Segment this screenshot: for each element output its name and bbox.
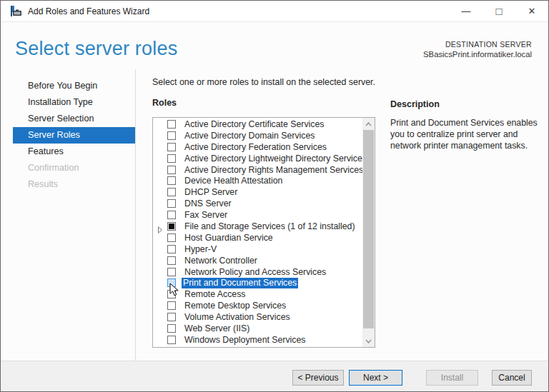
instruction-text: Select one or more roles to install on t… [152,77,375,87]
title-bar: Add Roles and Features Wizard —□✕ [1,1,548,22]
checkbox[interactable] [167,301,176,310]
checkbox[interactable] [167,222,176,231]
destination-server-label: DESTINATION SERVER [423,40,532,49]
role-row-windows-deployment-services[interactable]: Windows Deployment Services [153,335,362,346]
role-row-dns-server[interactable]: DNS Server [153,198,362,210]
role-row-remote-access[interactable]: Remote Access [153,289,362,301]
sidebar-item-installation-type[interactable]: Installation Type [13,94,135,111]
role-row-device-health-attestation[interactable]: Device Health Attestation [153,176,362,187]
role-label[interactable]: Active Directory Certificate Services [183,119,325,130]
role-label[interactable]: Print and Document Services [182,278,298,288]
role-row-remote-desktop-services[interactable]: Remote Desktop Services [153,301,362,312]
window-title: Add Roles and Features Wizard [28,6,149,16]
role-row-network-controller[interactable]: Network Controller [153,256,362,267]
footer-bar: < PreviousNext >InstallCancel [1,361,548,391]
roles-scrollbar[interactable] [362,118,375,347]
checkbox[interactable] [167,313,176,321]
role-row-active-directory-domain-services[interactable]: Active Directory Domain Services [153,131,362,142]
role-label[interactable]: Active Directory Domain Services [183,131,316,141]
sidebar-item-features[interactable]: Features [13,144,135,160]
role-row-print-and-document-services[interactable]: Print and Document Services [153,278,362,289]
role-label[interactable]: Network Policy and Access Services [183,267,327,278]
checkbox[interactable] [167,324,176,333]
role-label[interactable]: Windows Deployment Services [183,335,307,346]
role-row-dhcp-server[interactable]: DHCP Server [153,187,362,198]
role-label[interactable]: File and Storage Services (1 of 12 insta… [183,221,357,232]
checkbox[interactable] [167,211,176,219]
role-label[interactable]: Remote Desktop Services [183,301,287,311]
scroll-up-icon[interactable] [362,118,375,130]
checkbox[interactable] [167,268,176,276]
wizard-window: Add Roles and Features Wizard —□✕ Select… [0,0,549,392]
destination-server-name: SBasicsPrint.informatiker.local [423,50,532,59]
minimize-button[interactable]: — [450,1,483,21]
checkbox[interactable] [167,143,176,151]
roles-listbox[interactable]: Active Directory Certificate ServicesAct… [152,117,375,348]
close-button[interactable]: ✕ [515,1,548,21]
sidebar-item-confirmation: Confirmation [13,160,135,176]
page-title: Select server roles [15,38,177,60]
role-label[interactable]: Fax Server [183,210,229,221]
role-row-active-directory-rights-management-services[interactable]: Active Directory Rights Management Servi… [153,165,362,176]
mouse-cursor-icon [169,283,179,297]
checkbox[interactable] [167,336,176,344]
role-label[interactable]: Active Directory Lightweight Directory S… [183,154,368,164]
role-label[interactable]: Web Server (IIS) [183,323,251,334]
server-manager-icon [10,6,22,16]
role-label[interactable]: Active Directory Federation Services [183,142,328,153]
role-label[interactable]: Active Directory Rights Management Servi… [183,165,365,176]
role-label[interactable]: Hyper-V [183,244,218,255]
sidebar-nav: Before You BeginInstallation TypeServer … [1,78,135,193]
checkbox[interactable] [167,120,176,129]
checkbox[interactable] [167,176,176,185]
checkbox[interactable] [167,131,176,140]
description-title: Description [390,99,440,109]
role-row-active-directory-lightweight-directory-services[interactable]: Active Directory Lightweight Directory S… [153,154,362,165]
checkbox-partial-fill [169,223,174,229]
role-label[interactable]: Remote Access [183,289,247,300]
checkbox[interactable] [167,245,176,253]
role-row-fax-server[interactable]: Fax Server [153,210,362,221]
roles-label: Roles [152,98,177,108]
scroll-down-icon[interactable] [362,335,375,347]
role-label[interactable]: Device Health Attestation [183,176,284,186]
role-row-volume-activation-services[interactable]: Volume Activation Services [153,312,362,323]
sidebar-item-before-you-begin[interactable]: Before You Begin [13,78,135,94]
sidebar-item-results: Results [13,176,135,193]
sidebar-item-server-roles[interactable]: Server Roles [13,127,135,144]
previous-button[interactable]: < Previous [292,370,344,386]
checkbox[interactable] [167,233,176,242]
scrollbar-thumb[interactable] [363,130,374,328]
role-row-file-and-storage-services-1-of-12-installed[interactable]: File and Storage Services (1 of 12 insta… [153,221,362,233]
maximize-button[interactable]: □ [483,1,515,21]
role-label[interactable]: Network Controller [183,256,259,266]
install-button: Install [426,370,478,386]
cancel-button[interactable]: Cancel [492,370,532,386]
destination-server-block: DESTINATION SERVER SBasicsPrint.informat… [423,40,532,59]
checkbox[interactable] [167,166,176,174]
checkbox[interactable] [167,199,176,208]
checkbox[interactable] [167,256,176,265]
sidebar-item-server-selection[interactable]: Server Selection [13,111,135,127]
role-label[interactable]: Volume Activation Services [183,312,292,323]
role-row-active-directory-certificate-services[interactable]: Active Directory Certificate Services [153,119,362,131]
expander-icon[interactable] [157,223,163,231]
next-button[interactable]: Next > [349,370,402,386]
role-label[interactable]: Host Guardian Service [183,233,274,243]
role-row-hyper-v[interactable]: Hyper-V [153,244,362,256]
role-row-active-directory-federation-services[interactable]: Active Directory Federation Services [153,142,362,154]
role-row-network-policy-and-access-services[interactable]: Network Policy and Access Services [153,267,362,278]
checkbox[interactable] [167,188,176,196]
checkbox[interactable] [167,154,176,163]
description-text: Print and Document Services enables you … [390,117,542,151]
role-label[interactable]: DNS Server [183,198,233,209]
role-row-host-guardian-service[interactable]: Host Guardian Service [153,233,362,244]
roles-list: Active Directory Certificate ServicesAct… [153,119,362,346]
window-controls: —□✕ [450,1,548,21]
role-row-web-server-iis[interactable]: Web Server (IIS) [153,323,362,335]
role-label[interactable]: DHCP Server [183,187,239,198]
sidebar-divider [135,69,136,361]
